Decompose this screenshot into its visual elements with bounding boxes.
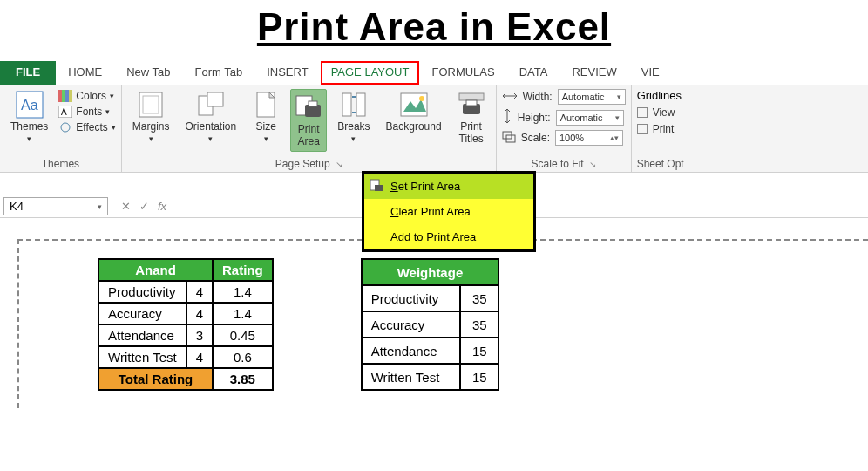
colors-button[interactable]: Colors▾ bbox=[58, 89, 115, 103]
table-row[interactable]: Productivity41.4 bbox=[98, 281, 273, 303]
svg-text:A: A bbox=[61, 107, 67, 117]
svg-point-21 bbox=[419, 96, 424, 101]
tab-file[interactable]: FILE bbox=[0, 61, 56, 85]
width-label: Width: bbox=[523, 91, 553, 103]
dialog-launcher-icon[interactable]: ↘ bbox=[589, 160, 596, 169]
scale-icon bbox=[502, 131, 516, 146]
background-icon bbox=[400, 91, 428, 119]
tab-insert[interactable]: INSERT bbox=[254, 61, 320, 85]
add-print-area-item[interactable]: Add to Print Area bbox=[364, 224, 533, 249]
table-row[interactable]: Accuracy35 bbox=[362, 311, 499, 338]
group-scale-label: Scale to Fit bbox=[532, 158, 584, 170]
effects-button[interactable]: Effects▾ bbox=[58, 120, 115, 134]
svg-point-8 bbox=[61, 123, 70, 132]
page-title: Print Area in Excel bbox=[0, 5, 868, 49]
print-area-dropdown: Set Print Area Clear Print Area Add to P… bbox=[362, 171, 536, 252]
svg-rect-3 bbox=[62, 90, 65, 102]
svg-rect-24 bbox=[466, 100, 477, 106]
size-button[interactable]: Size▾ bbox=[247, 89, 285, 145]
svg-rect-28 bbox=[375, 185, 383, 191]
enter-icon[interactable]: ✓ bbox=[139, 200, 149, 213]
themes-label: Themes bbox=[10, 120, 48, 133]
gridlines-label: Gridlines bbox=[637, 89, 682, 102]
tab-pagelayout[interactable]: PAGE LAYOUT bbox=[321, 61, 420, 85]
tab-formtab[interactable]: Form Tab bbox=[183, 61, 255, 85]
effects-label: Effects bbox=[76, 121, 107, 133]
print-area-icon bbox=[295, 93, 322, 121]
group-themes-label: Themes bbox=[5, 158, 116, 170]
table2-header: Weightage bbox=[362, 259, 499, 285]
weightage-table: Weightage Productivity35 Accuracy35 Atte… bbox=[361, 258, 500, 391]
total-row[interactable]: Total Rating3.85 bbox=[98, 368, 273, 390]
orientation-icon bbox=[197, 91, 225, 119]
tab-home[interactable]: HOME bbox=[56, 61, 114, 85]
table-row[interactable]: Written Test15 bbox=[362, 364, 499, 390]
rating-table: Anand Rating Productivity41.4 Accuracy41… bbox=[98, 258, 274, 391]
scale-input[interactable]: 100%▴▾ bbox=[555, 130, 623, 146]
name-box[interactable]: K4 ▾ bbox=[3, 197, 108, 215]
group-sheet-label: Sheet Opt bbox=[637, 158, 684, 170]
themes-icon: Aa bbox=[16, 91, 44, 119]
print-area-label: Print Area bbox=[298, 123, 320, 147]
themes-button[interactable]: Aa Themes ▾ bbox=[5, 89, 53, 145]
height-label: Height: bbox=[518, 112, 551, 124]
breaks-icon bbox=[340, 91, 368, 119]
colors-icon bbox=[58, 89, 72, 103]
set-print-area-icon bbox=[370, 179, 383, 193]
background-label: Background bbox=[386, 120, 442, 133]
clear-print-area-item[interactable]: Clear Print Area bbox=[364, 199, 533, 224]
size-icon bbox=[252, 91, 280, 119]
group-sheet-options: Gridlines View Print Sheet Opt bbox=[632, 85, 689, 172]
margins-icon bbox=[137, 91, 165, 119]
dd-set-label: et Print Area bbox=[398, 180, 461, 193]
ribbon: Aa Themes ▾ Colors▾ A Fonts▾ Effects▾ bbox=[0, 85, 868, 173]
tab-newtab[interactable]: New Tab bbox=[114, 61, 182, 85]
background-button[interactable]: Background bbox=[381, 89, 447, 134]
tab-data[interactable]: DATA bbox=[507, 61, 560, 85]
orientation-button[interactable]: Orientation▾ bbox=[180, 89, 242, 145]
orientation-label: Orientation bbox=[186, 120, 237, 133]
margins-button[interactable]: Margins▾ bbox=[127, 89, 175, 145]
set-print-area-item[interactable]: Set Print Area bbox=[364, 174, 533, 199]
table-row[interactable]: Productivity35 bbox=[362, 285, 499, 311]
print-checkbox[interactable] bbox=[637, 124, 648, 134]
svg-rect-17 bbox=[342, 93, 351, 116]
table-row[interactable]: Attendance15 bbox=[362, 338, 499, 364]
breaks-button[interactable]: Breaks▾ bbox=[332, 89, 375, 145]
colors-label: Colors bbox=[76, 90, 106, 102]
group-page-setup-label: Page Setup bbox=[275, 158, 330, 170]
group-page-setup: Margins▾ Orientation▾ Size▾ Print Area B… bbox=[122, 85, 497, 172]
svg-text:Aa: Aa bbox=[21, 98, 38, 113]
height-icon bbox=[502, 108, 512, 126]
svg-rect-2 bbox=[58, 90, 62, 102]
svg-rect-12 bbox=[207, 92, 223, 106]
group-themes: Aa Themes ▾ Colors▾ A Fonts▾ Effects▾ bbox=[0, 85, 122, 172]
fonts-label: Fonts bbox=[76, 106, 102, 118]
fx-icon[interactable]: fx bbox=[158, 200, 166, 213]
table1-header-name: Anand bbox=[98, 259, 213, 281]
tab-view[interactable]: VIE bbox=[629, 61, 672, 85]
view-checkbox[interactable] bbox=[637, 107, 648, 118]
chevron-down-icon[interactable]: ▾ bbox=[98, 202, 102, 211]
width-select[interactable]: Automatic▾ bbox=[558, 89, 626, 105]
dialog-launcher-icon[interactable]: ↘ bbox=[336, 160, 342, 169]
tab-review[interactable]: REVIEW bbox=[559, 61, 628, 85]
print-area-button[interactable]: Print Area bbox=[290, 89, 327, 152]
dd-add-label: dd to Print Area bbox=[398, 230, 477, 243]
tab-formulas[interactable]: FORMULAS bbox=[419, 61, 506, 85]
table-row[interactable]: Attendance30.45 bbox=[98, 324, 273, 346]
cancel-icon[interactable]: ✕ bbox=[121, 200, 131, 213]
table-row[interactable]: Written Test40.6 bbox=[98, 346, 273, 368]
ribbon-tabs: FILE HOME New Tab Form Tab INSERT PAGE L… bbox=[0, 61, 868, 85]
breaks-label: Breaks bbox=[337, 120, 370, 133]
table-row[interactable]: Accuracy41.4 bbox=[98, 303, 273, 324]
svg-rect-18 bbox=[356, 93, 365, 116]
fonts-button[interactable]: A Fonts▾ bbox=[58, 105, 115, 119]
height-select[interactable]: Automatic▾ bbox=[556, 110, 624, 126]
svg-rect-5 bbox=[69, 90, 72, 102]
print-label: Print bbox=[653, 123, 675, 135]
print-titles-button[interactable]: Print Titles bbox=[452, 89, 491, 147]
fonts-icon: A bbox=[58, 105, 72, 119]
svg-rect-4 bbox=[65, 90, 69, 102]
scale-label: Scale: bbox=[521, 132, 550, 144]
